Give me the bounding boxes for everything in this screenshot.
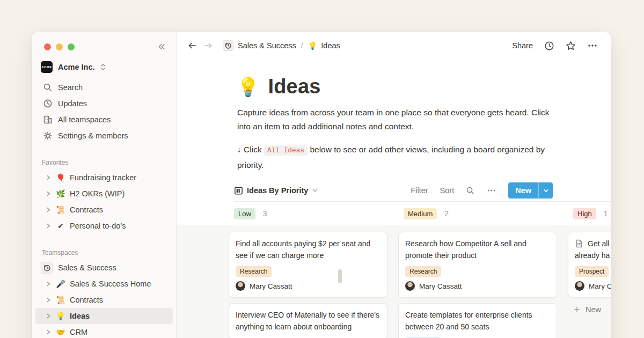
history-clock-icon	[223, 40, 233, 51]
sidebar-item-updates[interactable]: Updates	[35, 95, 173, 112]
page-document-icon	[575, 239, 583, 248]
chevron-right-icon[interactable]	[44, 174, 53, 181]
column-header-medium: Medium 2	[398, 208, 557, 219]
chevron-right-icon[interactable]	[44, 313, 53, 319]
sidebar: ACME Acme Inc. Search Updates	[32, 32, 177, 338]
updates-clock-icon[interactable]	[544, 41, 554, 51]
tag-research: Research	[236, 266, 272, 277]
forward-arrow-icon[interactable]	[203, 41, 213, 50]
toolbar-actions: Filter Sort New	[411, 182, 553, 199]
chevron-right-icon[interactable]	[44, 329, 53, 335]
assignee-row: Mary Cassatt	[236, 281, 380, 291]
filter-button[interactable]: Filter	[411, 186, 428, 195]
idea-card[interactable]: Interview CEO of Materially to see if th…	[229, 303, 387, 338]
chevron-right-icon[interactable]	[44, 190, 53, 197]
chevron-down-icon	[312, 187, 318, 194]
sort-button[interactable]: Sort	[440, 186, 455, 195]
sidebar-item-sales-and-success[interactable]: Sales & Success	[35, 260, 173, 276]
assignee-row: Mary Cassatt	[575, 281, 611, 291]
add-new-card-button[interactable]: New	[568, 303, 611, 316]
sidebar-item-crm[interactable]: 🤝 CRM	[35, 324, 173, 338]
breadcrumb-teamspace[interactable]: Sales & Success	[238, 41, 296, 50]
chevron-down-icon	[543, 188, 549, 194]
workspace-name: Acme Inc.	[58, 63, 95, 71]
page-title[interactable]: Ideas	[268, 75, 320, 98]
zoom-window-button[interactable]	[68, 43, 75, 50]
workspace-switch-icon	[99, 63, 107, 71]
sidebar-item-personal-todos[interactable]: ✔ Personal to-do’s	[35, 218, 173, 234]
share-button[interactable]: Share	[512, 41, 533, 50]
new-button-group: New	[508, 182, 553, 199]
sidebar-item-sales-success-home[interactable]: 🎤 Sales & Success Home	[35, 276, 173, 292]
microphone-icon: 🎤	[56, 280, 65, 288]
column-header-high: High 1	[568, 208, 611, 219]
view-name: Ideas By Priority	[247, 186, 308, 195]
priority-pill-high[interactable]: High	[573, 208, 596, 219]
sidebar-item-search[interactable]: Search	[35, 79, 173, 95]
chevron-right-icon[interactable]	[44, 207, 53, 213]
breadcrumb-separator: /	[301, 41, 303, 50]
teamspaces-section-label: Teamspaces	[35, 249, 173, 256]
avatar	[405, 281, 415, 291]
window-controls	[32, 43, 176, 50]
checkmark-icon: ✔	[56, 222, 65, 230]
hint-block[interactable]: ↓ Click All Ideas below to see or add ot…	[237, 142, 559, 172]
new-button-dropdown[interactable]	[538, 182, 553, 199]
sidebar-item-ideas[interactable]: 💡 Ideas	[35, 308, 173, 324]
idea-card[interactable]: Research how Competitor A sell and promo…	[398, 232, 557, 298]
avatar	[236, 281, 245, 291]
minimize-window-button[interactable]	[56, 43, 63, 50]
history-clock-icon	[41, 262, 53, 274]
back-arrow-icon[interactable]	[187, 41, 197, 50]
page-icon-light-bulb[interactable]: 💡	[237, 78, 259, 96]
topbar: Sales & Success / 💡 Ideas Share	[177, 32, 611, 59]
sidebar-nav: Search Updates All teamspaces Settings &…	[32, 79, 176, 144]
column-count: 2	[444, 209, 449, 218]
view-tab-ideas-by-priority[interactable]: Ideas By Priority	[234, 186, 318, 195]
sidebar-item-settings[interactable]: Settings & members	[35, 128, 173, 144]
hint-code: All Ideas	[264, 145, 308, 156]
favorite-star-icon[interactable]	[566, 41, 576, 51]
column-header-low: Low 3	[229, 208, 387, 219]
priority-pill-low[interactable]: Low	[234, 208, 255, 219]
tag-research: Research	[405, 266, 441, 277]
new-button[interactable]: New	[508, 182, 538, 199]
priority-pill-medium[interactable]: Medium	[404, 208, 437, 219]
workspace-logo: ACME	[41, 61, 53, 73]
search-icon[interactable]	[466, 186, 475, 195]
board-column-high: Get all already ha Prospect Mary Cassatt…	[568, 232, 611, 338]
idea-card[interactable]: Get all already ha Prospect Mary Cassatt	[568, 232, 611, 298]
avatar	[575, 281, 584, 291]
more-options-icon[interactable]	[487, 186, 496, 195]
sidebar-item-contracts-teamspace[interactable]: 📜 Contracts	[35, 292, 173, 308]
idea-card[interactable]: Find all accounts paying $2 per seat and…	[229, 232, 387, 298]
column-count: 3	[263, 209, 267, 218]
board-column-low: Find all accounts paying $2 per seat and…	[229, 232, 387, 338]
column-count: 1	[604, 209, 608, 218]
main-panel: Sales & Success / 💡 Ideas Share 💡 Id	[177, 32, 611, 338]
more-options-icon[interactable]	[587, 41, 598, 50]
sidebar-item-contracts-favorite[interactable]: 📜 Contracts	[35, 202, 173, 218]
sidebar-item-fundraising-tracker[interactable]: 🎈 Fundraising tracker	[35, 170, 173, 186]
building-icon	[43, 115, 53, 124]
scroll-icon: 📜	[56, 296, 65, 304]
sidebar-item-all-teamspaces[interactable]: All teamspaces	[35, 112, 173, 128]
sidebar-item-h2-okrs[interactable]: 🌿 H2 OKRs (WIP)	[35, 186, 173, 202]
chevron-right-icon[interactable]	[44, 297, 53, 303]
handshake-icon: 🤝	[56, 328, 65, 336]
tag-prospect: Prospect	[575, 266, 609, 277]
collapse-sidebar-icon[interactable]	[157, 42, 166, 52]
chevron-right-icon[interactable]	[44, 281, 53, 287]
breadcrumb-page[interactable]: Ideas	[321, 41, 340, 50]
board-view-icon	[234, 186, 243, 195]
plus-icon	[573, 306, 581, 313]
search-icon	[43, 83, 53, 92]
scrollbar-thumb[interactable]	[338, 269, 342, 283]
close-window-button[interactable]	[44, 43, 51, 50]
workspace-switcher[interactable]: ACME Acme Inc.	[35, 59, 173, 75]
board-column-headers: Low 3 Medium 2 High 1	[177, 202, 611, 225]
idea-card[interactable]: Create templates for enterprise clients …	[398, 303, 557, 338]
page-description[interactable]: Capture ideas from across your team in o…	[237, 106, 553, 134]
page-content: 💡 Ideas Capture ideas from across your t…	[177, 59, 611, 338]
chevron-right-icon[interactable]	[44, 223, 53, 229]
